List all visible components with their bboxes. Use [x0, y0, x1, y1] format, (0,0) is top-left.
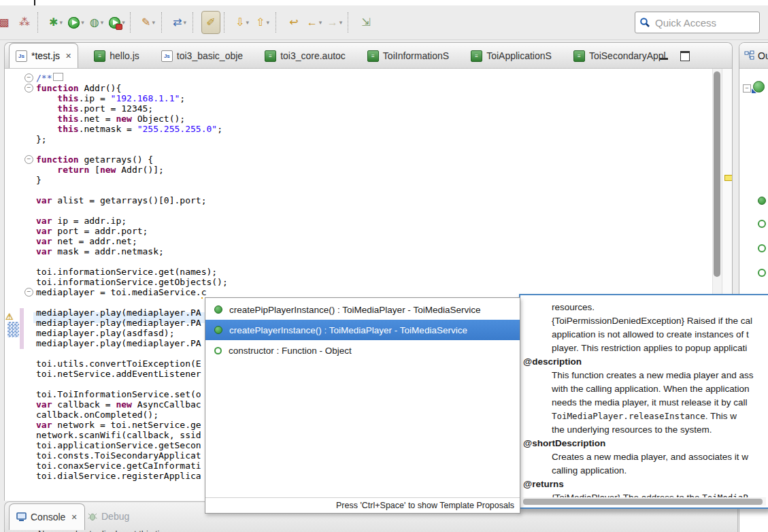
overview-warning-marker[interactable] [724, 175, 732, 181]
forward-button[interactable]: →▾ [325, 11, 344, 34]
code-line[interactable]: toi.conaxService.getCaInformati [36, 461, 201, 471]
code-line[interactable]: toi.utils.convertToiException(E [36, 359, 201, 369]
code-line[interactable]: network.scanWifi(callback, ssid [36, 430, 201, 440]
editor-tab-bar: Js*test.js✕≡hello.jsJstoi3_basic_obje≡to… [5, 43, 732, 69]
tab-toi3-core-autoc[interactable]: ≡toi3_core.autoc [258, 44, 352, 68]
fold-collapse-icon[interactable]: − [24, 288, 33, 297]
debug-button[interactable]: ✱▾ [46, 11, 65, 34]
debug-icon [88, 512, 97, 521]
tab-label: hello.js [110, 50, 139, 61]
quick-access-box[interactable] [635, 12, 760, 33]
back-button[interactable]: ←▾ [305, 11, 324, 34]
chevron-down-icon: ▾ [339, 19, 343, 26]
menu-cursor-artifact [34, 0, 35, 5]
quick-access-input[interactable] [654, 16, 738, 29]
method-default-icon[interactable] [758, 244, 766, 252]
next-annotation-button[interactable]: ⇩▾ [233, 11, 252, 34]
fold-collapse-icon[interactable]: − [24, 155, 33, 164]
js-lib-icon: ≡ [367, 50, 379, 62]
code-line[interactable]: var mask = addr.netmask; [36, 246, 164, 256]
code-line[interactable]: } [36, 175, 41, 185]
vertical-scrollbar-thumb[interactable] [714, 71, 720, 277]
code-line[interactable]: toi.applicationService.getSecon [36, 440, 201, 450]
fold-collapse-icon[interactable]: − [24, 84, 33, 93]
code-line[interactable]: var network = toi.netService.ge [36, 420, 201, 430]
js-file-icon: Js [161, 50, 173, 62]
class-icon[interactable] [753, 81, 765, 93]
completion-item[interactable]: constructor : Function - Object [205, 340, 520, 361]
previous-annotation-button[interactable]: ⇧▾ [253, 11, 272, 34]
code-line[interactable]: var port = addr.port; [36, 226, 148, 236]
code-line[interactable]: this.net = new Object(); [36, 114, 185, 124]
code-line[interactable]: toi.informationService.getObjects(); [36, 277, 228, 287]
code-line[interactable]: toi.ToiInformationService.set(o [36, 389, 201, 399]
tab-label: *test.js [31, 50, 60, 61]
code-line[interactable]: callback.onCompleted(); [36, 410, 158, 420]
code-line[interactable]: toi.informationService.get(names); [36, 267, 217, 277]
chevron-down-icon: ▾ [101, 19, 104, 26]
tree-expander-icon[interactable]: − [743, 84, 751, 93]
code-line[interactable]: /** [36, 73, 63, 83]
js-file-icon: Js [16, 50, 27, 62]
run-external-button[interactable]: ▾ [107, 11, 127, 34]
method-public-icon[interactable] [758, 197, 766, 205]
tab-hello-js[interactable]: ≡hello.js [88, 44, 146, 68]
code-line[interactable]: toi.dialService.registerApplica [36, 471, 201, 481]
tab-toiinformations[interactable]: ≡ToiInformationS [361, 44, 455, 68]
highlighter-button[interactable]: ✐ [201, 11, 220, 34]
checkered-grid-icon: ▩ [0, 17, 10, 28]
minimize-icon[interactable] [660, 58, 668, 60]
code-line[interactable]: this.netmask = "255.255.255.0"; [36, 124, 222, 134]
tab-toiapplications[interactable]: ≡ToiApplicationS [465, 44, 558, 68]
view-controls [660, 50, 690, 62]
completion-label: createPipPlayerInstance() : ToiMediaPlay… [229, 305, 480, 315]
tab-toi3-basic-obje[interactable]: Jstoi3_basic_obje [155, 44, 249, 68]
maximize-icon[interactable] [680, 51, 690, 61]
completion-item[interactable]: createPlayerInstance() : ToiMediaPlayer … [205, 320, 520, 340]
code-line[interactable]: mediaplayer.play(mediaplayer.PA [36, 318, 201, 328]
code-line[interactable]: mediaplayer = toi.mediaService.c [36, 287, 206, 297]
code-line[interactable]: toi.netService.addEventListener [36, 369, 201, 379]
code-line[interactable]: return [new Addr()]; [36, 165, 164, 175]
toolbar-separator [224, 12, 229, 33]
code-line[interactable]: var alist = getarrays()[0].port; [36, 195, 206, 205]
tab-debug[interactable]: Debug [81, 503, 136, 529]
convert-module-button[interactable]: ⇄▾ [170, 11, 189, 34]
profile-pin-button[interactable]: ⁂ [15, 11, 34, 34]
warning-icon[interactable] [5, 312, 16, 322]
completion-item[interactable]: createPipPlayerInstance() : ToiMediaPlay… [205, 299, 520, 320]
tab-console[interactable]: Console ✕ [9, 503, 85, 530]
doc-text: calling application. [552, 464, 627, 478]
code-line[interactable]: toi.consts.ToiSecondaryApplicat [36, 450, 201, 461]
collapsed-text-icon[interactable] [53, 73, 63, 81]
code-line[interactable]: function Addr(){ [36, 83, 121, 93]
method-default-icon[interactable] [758, 220, 766, 228]
checkered-grid-button[interactable]: ▩ [0, 11, 14, 34]
link-with-editor-button[interactable]: ⇲ [356, 11, 375, 34]
code-line[interactable]: mediaplayer.play(asdfasd); [36, 328, 175, 338]
tab-toisecondaryappl[interactable]: ≡ToiSecondaryAppl [567, 44, 672, 68]
run-button[interactable]: ▾ [67, 11, 86, 34]
code-line[interactable]: var ip = addr.ip; [36, 216, 127, 226]
code-line[interactable]: var callback = new AsyncCallbac [36, 399, 201, 410]
code-line[interactable]: function getarrays() { [36, 154, 153, 165]
close-icon[interactable]: ✕ [71, 513, 77, 522]
fold-collapse-icon[interactable]: − [24, 73, 33, 82]
last-edit-location-button[interactable]: ↩ [284, 11, 303, 34]
method-default-icon[interactable] [758, 269, 766, 277]
coverage-button[interactable]: ◍▾ [87, 11, 106, 34]
close-icon[interactable]: ✕ [65, 52, 71, 61]
code-line[interactable]: mediaplayer.play(mediaplayer.PA [36, 307, 201, 318]
toolbar-separator [193, 12, 197, 33]
pen-button[interactable]: ✎▾ [139, 11, 158, 34]
doc-scrollbar-thumb[interactable] [523, 499, 763, 505]
code-line[interactable]: mediaplayer.play(mediaplayer.PA [36, 338, 201, 348]
code-line[interactable]: }; [36, 134, 47, 144]
code-line[interactable]: this.ip = "192.168.1.1"; [36, 93, 185, 103]
js-lib-icon: ≡ [94, 50, 105, 62]
code-line[interactable]: this.port = 12345; [36, 103, 153, 114]
tab--test-js[interactable]: Js*test.js✕ [9, 43, 78, 68]
outline-tab[interactable]: Outline [739, 43, 768, 69]
code-line[interactable]: var net = addr.net; [36, 236, 137, 246]
doc-scrollbar-track[interactable] [522, 497, 766, 505]
